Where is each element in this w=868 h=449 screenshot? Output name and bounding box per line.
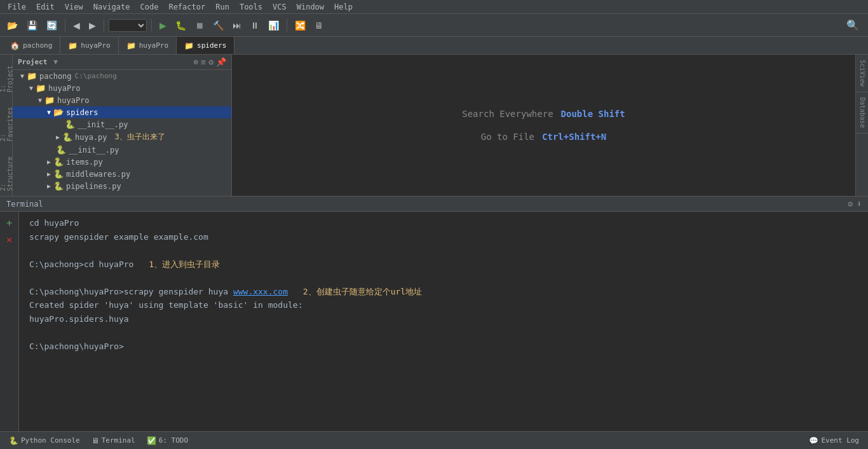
tree-init2-label: __init__.py (69, 146, 119, 155)
tree-pachong[interactable]: ▼ 📁 pachong C:\pachong (13, 70, 231, 82)
project-settings-icon[interactable]: ⚙ (208, 57, 214, 67)
goto-file-label: Go to File (481, 132, 534, 142)
sidebar-project-label[interactable]: 1: Project (0, 55, 15, 97)
status-todo[interactable]: ✅ 6: TODO (143, 435, 192, 446)
term-line-blank2 (29, 272, 858, 284)
toolbar-pause-btn[interactable]: ⏸ (247, 18, 262, 32)
terminal-close-btn[interactable]: ✕ (3, 232, 17, 246)
search-everywhere-key: Double Shift (561, 109, 625, 119)
tree-init2[interactable]: 🐍 __init__.py (13, 144, 231, 156)
tree-huyapy[interactable]: ▶ 🐍 huya.py 3、虫子出来了 (13, 130, 231, 144)
tab-huyapro1-label: huyaPro (81, 41, 110, 50)
toolbar-terminal-btn[interactable]: 🖥 (311, 18, 327, 32)
terminal-status-icon: 🖥 (92, 436, 99, 445)
term-line-7: C:\pachong\huyaPro> (29, 340, 858, 353)
toolbar-stop-btn[interactable]: ⏹ (192, 18, 207, 32)
tab-pachong-icon: 🏠 (10, 41, 20, 50)
terminal-download-icon[interactable]: ⬇ (857, 199, 862, 209)
terminal-content-area: + ✕ cd huyaPro scrapy genspider example … (0, 212, 868, 431)
status-event-log[interactable]: 💬 Event Log (805, 435, 863, 446)
terminal-add-btn[interactable]: + (3, 216, 17, 230)
toolbar-sep2 (104, 19, 104, 32)
tree-middlewarespy-label: middlewares.py (66, 170, 130, 179)
terminal-output[interactable]: cd huyaPro scrapy genspider example exam… (19, 212, 868, 431)
menu-file[interactable]: File (3, 1, 31, 13)
tree-pipelinespy-icon: 🐍 (53, 181, 64, 191)
menu-view[interactable]: View (60, 1, 88, 13)
tabs-bar: 🏠 pachong 📁 huyaPro 📁 huyaPro 📁 spiders (0, 37, 868, 55)
todo-label: 6: TODO (159, 436, 188, 445)
project-pin-icon[interactable]: 📌 (216, 57, 226, 67)
search-everywhere-icon[interactable]: 🔍 (841, 17, 864, 33)
right-sciview-label[interactable]: SciView (856, 55, 868, 92)
project-panel-dropdown-icon[interactable]: ▼ (53, 58, 58, 66)
menu-navigate[interactable]: Navigate (88, 1, 135, 13)
toolbar-vcs-btn[interactable]: 🔀 (292, 18, 309, 32)
toolbar-debug-btn[interactable]: 🐛 (172, 18, 189, 32)
menu-tools[interactable]: Tools (234, 1, 268, 13)
tree-init1[interactable]: 🐍 __init__.py (13, 118, 231, 130)
project-header-actions: ⊕ ≡ ⚙ 📌 (194, 57, 226, 67)
tree-huyapy-label: huya.py (75, 133, 107, 142)
tree-pachong-label: pachong (39, 72, 72, 81)
toolbar-sync-btn[interactable]: 🔄 (43, 18, 60, 32)
menu-refactor[interactable]: Refactor (163, 1, 210, 13)
menu-edit[interactable]: Edit (31, 1, 60, 13)
tree-huyapro[interactable]: ▼ 📁 huyaPro (13, 82, 231, 94)
tree-huyapro-icon: 📁 (36, 83, 46, 93)
tab-huyapro1-icon: 📁 (68, 41, 78, 50)
term-url-link[interactable]: www.xxx.com (233, 287, 288, 296)
toolbar-back-btn[interactable]: ◀ (70, 18, 83, 32)
project-filter-icon[interactable]: ≡ (201, 57, 206, 67)
search-everywhere-label: Search Everywhere (462, 109, 553, 119)
toolbar-sep4 (287, 19, 287, 32)
terminal-status-label: Terminal (102, 436, 135, 445)
menu-help[interactable]: Help (329, 1, 358, 13)
python-console-label: Python Console (21, 436, 80, 445)
right-sidebar: SciView Database (855, 55, 868, 196)
tree-spiders-arrow: ▼ (44, 109, 53, 116)
tree-pachong-arrow: ▼ (18, 73, 27, 79)
toolbar-open-btn[interactable]: 📂 (4, 18, 21, 32)
tab-huyapro-1[interactable]: 📁 huyaPro (60, 37, 118, 54)
term-cd-cmd: cd huyaPro (29, 218, 79, 228)
toolbar-forward-btn[interactable]: ▶ (86, 18, 99, 32)
tree-itemspy[interactable]: ▶ 🐍 items.py (13, 156, 231, 168)
tree-spiders[interactable]: ▼ 📂 spiders (13, 106, 231, 118)
tree-huyapy-icon: 🐍 (62, 132, 72, 142)
project-panel: Project ▼ ⊕ ≡ ⚙ 📌 ▼ 📁 pachong C:\pachong… (13, 55, 232, 196)
shortcut-search: Search Everywhere Double Shift (462, 109, 625, 119)
toolbar-save-btn[interactable]: 💾 (24, 18, 41, 32)
toolbar-build-btn[interactable]: 🔨 (210, 18, 227, 32)
tab-huyapro-2[interactable]: 📁 huyaPro (119, 37, 177, 54)
tab-pachong[interactable]: 🏠 pachong (3, 37, 60, 54)
menu-code[interactable]: Code (135, 1, 164, 13)
sidebar-structure-label[interactable]: 2: Structure (0, 147, 15, 196)
right-database-label[interactable]: Database (856, 92, 868, 134)
tree-middlewarespy[interactable]: ▶ 🐍 middlewares.py (13, 168, 231, 180)
tab-huyapro2-icon: 📁 (126, 41, 136, 50)
terminal-settings-icon[interactable]: ⚙ (848, 199, 853, 209)
tab-spiders-icon: 📁 (184, 41, 194, 50)
toolbar-coverage-btn[interactable]: 📊 (265, 18, 282, 32)
toolbar-step-btn[interactable]: ⏭ (229, 18, 245, 32)
tree-pipelinespy[interactable]: ▶ 🐍 pipelines.py (13, 180, 231, 192)
menu-vcs[interactable]: VCS (268, 1, 292, 13)
goto-file-key: Ctrl+Shift+N (542, 132, 606, 142)
status-terminal[interactable]: 🖥 Terminal (88, 435, 139, 446)
sidebar-favorites-label[interactable]: 2: Favorites (0, 97, 15, 146)
tab-spiders[interactable]: 📁 spiders (177, 37, 234, 54)
status-python-console[interactable]: 🐍 Python Console (5, 435, 84, 446)
toolbar-run-btn[interactable]: ▶ (156, 18, 170, 32)
term-line-6: huyaPro.spiders.huya (29, 313, 858, 326)
project-tree: ▼ 📁 pachong C:\pachong ▼ 📁 huyaPro ▼ 📁 h… (13, 70, 231, 196)
term-line-1: cd huyaPro (29, 217, 858, 230)
menu-run[interactable]: Run (210, 1, 234, 13)
term-line-4: C:\pachong\huyaPro>scrapy genspider huya… (29, 286, 858, 298)
project-collapse-icon[interactable]: ⊕ (194, 57, 199, 67)
tab-pachong-label: pachong (23, 41, 52, 50)
menu-window[interactable]: Window (292, 1, 329, 13)
terminal-header: Terminal ⚙ ⬇ (0, 197, 868, 212)
tree-huyapro2[interactable]: ▼ 📁 huyaPro (13, 94, 231, 106)
toolbar-config-dropdown[interactable] (109, 19, 147, 32)
